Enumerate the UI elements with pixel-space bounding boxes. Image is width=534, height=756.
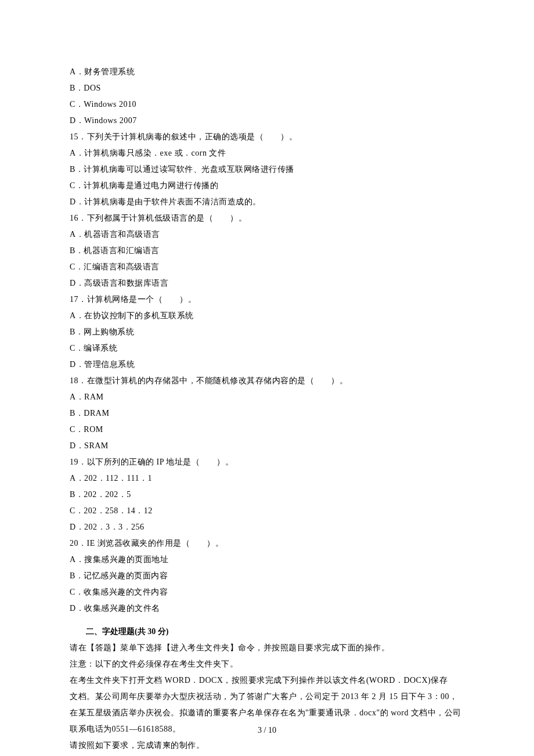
body-line: D．202．3．3．256 — [70, 519, 464, 535]
section-title: 二、字处理题(共 30 分) — [70, 624, 464, 640]
body-line: D．计算机病毒是由于软件片表面不清洁而造成的。 — [70, 194, 464, 210]
exam-body-content: A．财务管理系统 B．DOS C．Windows 2010 D．Windows … — [70, 64, 464, 756]
body-line: 18．在微型计算机的内存储器中，不能随机修改其存储内容的是（ ）。 — [70, 373, 464, 389]
body-line: 20．IE 浏览器收藏夹的作用是（ ）。 — [70, 535, 464, 552]
body-line: C．Windows 2010 — [70, 96, 464, 113]
body-line: A．RAM — [70, 389, 464, 405]
body-line: 19．以下所列的正确的 IP 地址是（ ）。 — [70, 454, 464, 470]
body-line: B．网上购物系统 — [70, 324, 464, 340]
body-line: D．SRAM — [70, 438, 464, 454]
body-line: D．管理信息系统 — [70, 357, 464, 373]
paragraph-line: 注意：以下的文件必须保存在考生文件夹下。 — [70, 656, 464, 672]
body-line: A．在协议控制下的多机互联系统 — [70, 308, 464, 324]
body-line: A．202．112．111．1 — [70, 470, 464, 487]
page-number: 3 / 10 — [0, 722, 534, 739]
body-line: A．搜集感兴趣的页面地址 — [70, 552, 464, 568]
paragraph-line: 请在【答题】菜单下选择【进入考生文件夹】命令，并按照题目要求完成下面的操作。 — [70, 640, 464, 656]
body-line: C．汇编语言和高级语言 — [70, 259, 464, 275]
body-line: A．财务管理系统 — [70, 64, 464, 80]
body-line: B．DOS — [70, 80, 464, 96]
body-line: 17．计算机网络是一个（ ）。 — [70, 291, 464, 308]
body-line: 15．下列关于计算机病毒的叙述中，正确的选项是（ ）。 — [70, 129, 464, 145]
body-line: 16．下列都属于计算机低级语言的是（ ）。 — [70, 210, 464, 226]
body-line: B．202．202．5 — [70, 487, 464, 503]
body-line: B．计算机病毒可以通过读写软件、光盘或互联网络进行传播 — [70, 161, 464, 178]
body-line: D．收集感兴趣的文件名 — [70, 600, 464, 617]
body-line: D．Windows 2007 — [70, 113, 464, 129]
body-line: D．高级语言和数据库语言 — [70, 275, 464, 291]
body-line: B．机器语言和汇编语言 — [70, 243, 464, 259]
body-line: C．编译系统 — [70, 340, 464, 357]
paragraph-line: (1)制作请柬，以"CEO：李名轩"名义发出邀请，请柬中需要包含标题、收件人名称… — [70, 754, 464, 756]
body-line: A．计算机病毒只感染．exe 或．corn 文件 — [70, 145, 464, 161]
body-line: C．ROM — [70, 422, 464, 438]
body-line: C．收集感兴趣的文件内容 — [70, 584, 464, 600]
body-line: C．202．258．14．12 — [70, 503, 464, 519]
paragraph-line: 在考生文件夹下打开文档 WORD．DOCX，按照要求完成下列操作并以该文件名(W… — [70, 672, 464, 689]
body-line: C．计算机病毒是通过电力网进行传播的 — [70, 178, 464, 194]
body-line: B．DRAM — [70, 405, 464, 422]
body-line: A．机器语言和高级语言 — [70, 226, 464, 243]
body-line: B．记忆感兴趣的页面内容 — [70, 568, 464, 584]
paragraph-line: 请按照如下要求，完成请柬的制作。 — [70, 737, 464, 754]
